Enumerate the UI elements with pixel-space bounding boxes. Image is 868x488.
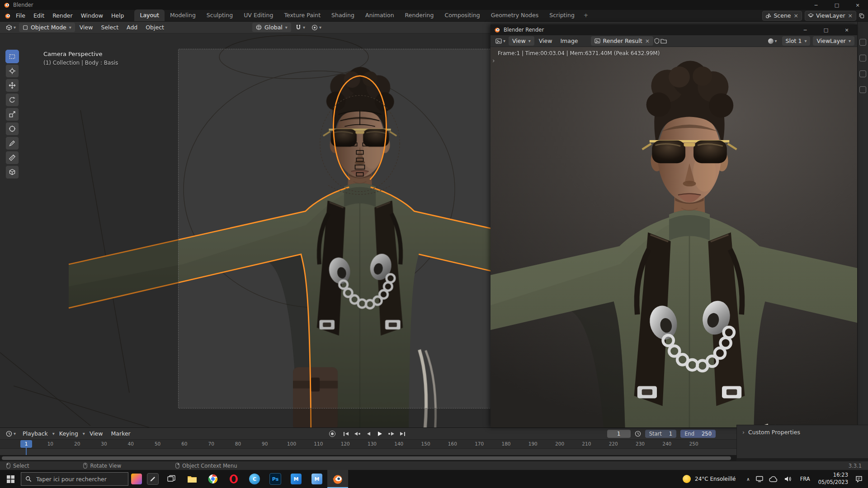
menu-render[interactable]: Render	[48, 11, 77, 20]
end-frame-field[interactable]: End 250	[680, 430, 716, 438]
render-slot-dropdown[interactable]: Slot 1 ▾	[782, 36, 811, 46]
start-button[interactable]	[0, 470, 21, 488]
tray-overflow-icon[interactable]: ∧	[746, 477, 750, 482]
tab-geometry-nodes[interactable]: Geometry Nodes	[486, 9, 544, 21]
menu-window[interactable]: Window	[77, 11, 107, 20]
tool-scale[interactable]	[5, 108, 19, 121]
editor-type-selector[interactable]: ▾	[4, 430, 18, 438]
blender-menu-icon[interactable]	[4, 13, 12, 19]
app-m2-button[interactable]: M	[307, 470, 327, 488]
render-window-titlebar[interactable]: Blender Render − □ ×	[491, 24, 857, 35]
search-highlight-button[interactable]	[128, 470, 145, 488]
tab-texture-paint[interactable]: Texture Paint	[278, 9, 326, 21]
clock-icon[interactable]	[635, 431, 641, 437]
tab-sculpting[interactable]: Sculpting	[201, 9, 238, 21]
timeline-track[interactable]	[0, 449, 736, 455]
mode-dropdown[interactable]: Object Mode ▾	[19, 23, 75, 32]
new-view-layer-icon[interactable]	[859, 13, 864, 19]
current-frame-field[interactable]: 1	[607, 430, 631, 438]
scene-selector[interactable]: Scene ×	[762, 11, 802, 21]
display-channels-dropdown[interactable]: ▾	[766, 38, 779, 45]
task-view-button[interactable]	[161, 470, 182, 488]
viewport-menu-object[interactable]: Object	[142, 23, 168, 32]
playhead-line[interactable]	[26, 448, 27, 455]
display-mode-dropdown[interactable]: View ▾	[509, 36, 534, 46]
viewport-menu-select[interactable]: Select	[97, 23, 122, 32]
image-unlink-icon[interactable]: ×	[645, 38, 650, 44]
viewport-menu-view[interactable]: View	[76, 23, 97, 32]
viewport-menu-add[interactable]: Add	[123, 23, 141, 32]
clock-widget[interactable]: 16:23 05/05/2023	[814, 472, 853, 486]
language-indicator[interactable]: FRA	[797, 476, 814, 482]
timeline-ruler[interactable]: 1102030405060708090100110120130140150160…	[0, 440, 736, 449]
tab-modeling[interactable]: Modeling	[165, 9, 201, 21]
minimize-button[interactable]: −	[795, 24, 816, 35]
blender-taskbar-button[interactable]	[327, 470, 348, 488]
tab-compositing[interactable]: Compositing	[439, 9, 485, 21]
app-m1-button[interactable]: M	[286, 470, 307, 488]
scrollbar-thumb[interactable]	[2, 456, 731, 460]
close-button[interactable]: ×	[836, 24, 857, 35]
chrome-button[interactable]	[203, 470, 223, 488]
windows-ink-button[interactable]	[145, 470, 161, 488]
properties-tab-icon[interactable]	[859, 70, 866, 77]
tool-rotate[interactable]	[5, 93, 19, 107]
properties-tab-icon[interactable]	[859, 86, 866, 93]
tab-shading[interactable]: Shading	[326, 9, 360, 21]
fake-user-shield-icon[interactable]	[654, 38, 660, 44]
menu-help[interactable]: Help	[107, 11, 128, 20]
view-layer-unlink-icon[interactable]: ×	[848, 12, 853, 19]
close-button[interactable]: ×	[847, 0, 868, 10]
properties-tab-icon[interactable]	[859, 55, 866, 61]
tool-transform[interactable]	[5, 122, 19, 136]
view-layer-selector[interactable]: ViewLayer ×	[805, 11, 856, 21]
open-image-folder-icon[interactable]	[660, 38, 667, 44]
tool-move[interactable]	[5, 79, 19, 92]
previous-keyframe-button[interactable]	[353, 429, 363, 438]
tab-scripting[interactable]: Scripting	[544, 9, 580, 21]
tab-animation[interactable]: Animation	[360, 9, 400, 21]
tool-annotate[interactable]	[5, 136, 19, 150]
editor-type-selector[interactable]: ▾	[4, 23, 18, 32]
playhead-badge[interactable]: 1	[20, 440, 32, 448]
properties-tab-icon[interactable]	[859, 39, 866, 46]
jump-to-start-button[interactable]	[341, 429, 351, 438]
display-icon[interactable]	[756, 476, 763, 482]
menu-edit[interactable]: Edit	[29, 11, 48, 20]
timeline-menu-playback[interactable]: Playback	[19, 429, 52, 438]
timeline-menu-marker[interactable]: Marker	[108, 429, 134, 438]
photoshop-button[interactable]: Ps	[265, 470, 286, 488]
tool-add-cube[interactable]	[5, 165, 19, 179]
add-workspace-button[interactable]: +	[580, 9, 592, 21]
auto-keying-toggle[interactable]	[329, 431, 335, 437]
tab-uv-editing[interactable]: UV Editing	[238, 9, 278, 21]
maximize-button[interactable]: □	[816, 24, 836, 35]
proportional-editing-toggle[interactable]: ▾	[309, 23, 324, 32]
start-frame-field[interactable]: Start 1	[645, 430, 676, 438]
image-menu-image[interactable]: Image	[557, 36, 581, 46]
weather-widget[interactable]: 24°C Ensoleillé	[676, 470, 742, 488]
next-keyframe-button[interactable]	[387, 429, 396, 438]
tab-layout[interactable]: Layout	[134, 9, 165, 21]
3d-viewport[interactable]: Camera Perspective (1) Collection | Body…	[0, 33, 491, 427]
orientation-dropdown[interactable]: Global ▾	[252, 23, 291, 32]
region-toggle-icon[interactable]: ›	[492, 57, 495, 64]
editor-type-selector[interactable]: ▾	[493, 37, 508, 45]
image-menu-view[interactable]: View	[535, 36, 556, 46]
tool-measure[interactable]	[5, 151, 19, 164]
opera-button[interactable]	[223, 470, 244, 488]
image-datablock-selector[interactable]: Render Result ×	[591, 36, 654, 46]
play-reverse-button[interactable]	[364, 429, 374, 438]
minimize-button[interactable]: −	[806, 0, 826, 10]
tab-rendering[interactable]: Rendering	[400, 9, 439, 21]
search-input[interactable]	[35, 475, 109, 483]
render-layer-dropdown[interactable]: ViewLayer ▾	[813, 36, 854, 46]
custom-properties-row[interactable]: › Custom Properties	[742, 429, 863, 436]
jump-to-end-button[interactable]	[398, 429, 408, 438]
timeline-scrollbar[interactable]	[0, 455, 736, 461]
app-c-button[interactable]: C	[244, 470, 265, 488]
file-explorer-button[interactable]	[182, 470, 203, 488]
tool-cursor[interactable]	[5, 64, 19, 78]
scene-unlink-icon[interactable]: ×	[793, 12, 799, 19]
onedrive-cloud-icon[interactable]	[769, 476, 778, 482]
